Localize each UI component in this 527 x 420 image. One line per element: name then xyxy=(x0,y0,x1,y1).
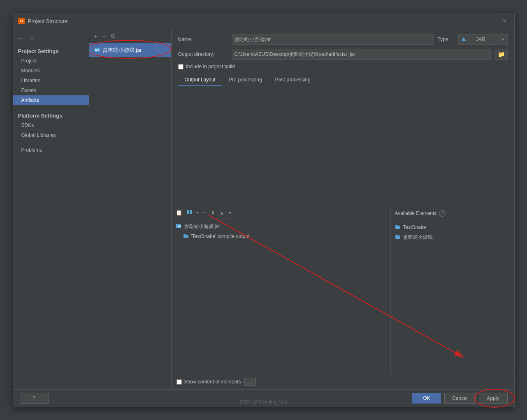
artifact-toolbar: + − ⧉ xyxy=(89,29,171,43)
output-dir-input[interactable] xyxy=(232,49,491,60)
output-dir-label: Output directory: xyxy=(178,51,228,57)
type-dropdown-arrow: ▾ xyxy=(502,37,504,42)
project-settings-heading: Project Settings xyxy=(13,46,89,56)
artifact-list-item[interactable]: JAR 贪吃蛇小游戏:jar xyxy=(89,43,171,57)
name-input[interactable] xyxy=(232,34,434,45)
watermark: CSDN @Sleeping_God xyxy=(240,399,287,404)
show-content-row: Show content of elements xyxy=(176,379,241,385)
title-bar: IJ Project Structure × xyxy=(13,13,514,29)
include-build-row: Include in project build xyxy=(178,64,508,69)
svg-marker-4 xyxy=(462,37,466,41)
available-elements-panel: Available Elements ? xyxy=(391,207,514,374)
dots-button[interactable]: ... xyxy=(244,378,256,386)
platform-settings-heading: Platform Settings xyxy=(13,110,89,120)
tab-post-processing[interactable]: Post-processing xyxy=(269,74,317,86)
svg-rect-5 xyxy=(187,210,189,214)
sidebar-item-problems[interactable]: Problems xyxy=(13,145,89,155)
layout-btn1[interactable]: 📋 xyxy=(174,209,184,217)
sort-button[interactable]: ⬇ xyxy=(209,209,217,217)
jar-icon: JAR xyxy=(176,223,181,230)
sidebar: ← → Project Settings Project Modules Lib… xyxy=(13,29,89,389)
avail-item-snake-game[interactable]: 贪吃蛇小游戏 xyxy=(391,232,514,242)
layout-tree-panel: 📋 + − ⬇ ▲ xyxy=(172,207,391,374)
main-content: ← → Project Settings Project Modules Lib… xyxy=(13,29,514,389)
sidebar-item-modules[interactable]: Modules xyxy=(13,66,89,76)
sidebar-nav: ← → xyxy=(13,32,89,46)
folder-icon xyxy=(183,233,189,240)
tab-pre-processing[interactable]: Pre-processing xyxy=(222,74,269,86)
include-build-label: Include in project build xyxy=(186,64,235,69)
tree-item-compile-output[interactable]: 'TestSnake' compile output xyxy=(172,232,390,241)
testsnake-folder-icon xyxy=(395,224,401,231)
add-artifact-button[interactable]: + xyxy=(93,32,99,40)
tabs-bar: Output Layout Pre-processing Post-proces… xyxy=(178,74,508,86)
sidebar-item-sdks[interactable]: SDKs xyxy=(13,120,89,130)
svg-text:JAR: JAR xyxy=(94,49,100,51)
project-structure-dialog: IJ Project Structure × ← → Project Setti… xyxy=(13,13,515,407)
move-down-button[interactable]: ▾ xyxy=(227,209,233,217)
ok-button[interactable]: OK xyxy=(412,393,441,404)
layout-tree: JAR 贪吃蛇小游戏.jar xyxy=(172,219,390,374)
artifact-name-label: 贪吃蛇小游戏:jar xyxy=(102,46,142,54)
svg-text:JAR: JAR xyxy=(176,225,181,228)
available-elements-header: Available Elements ? xyxy=(391,207,514,220)
copy-artifact-button[interactable]: ⧉ xyxy=(109,32,116,40)
right-panel: + − ⧉ JAR 贪吃蛇小游戏:jar xyxy=(89,29,514,389)
type-value: JAR xyxy=(476,37,485,42)
title-bar-left: IJ Project Structure xyxy=(18,18,68,24)
tab-output-layout[interactable]: Output Layout xyxy=(178,74,222,86)
sidebar-item-libraries[interactable]: Libraries xyxy=(13,76,89,85)
remove-element-button[interactable]: − xyxy=(202,209,208,217)
type-label: Type: xyxy=(438,37,454,42)
include-build-checkbox[interactable] xyxy=(178,64,183,69)
type-select-icon xyxy=(461,37,466,43)
help-button[interactable]: ? xyxy=(20,393,49,404)
show-content-checkbox[interactable] xyxy=(176,379,182,385)
layout-area: 📋 + − ⬇ ▲ xyxy=(172,207,514,374)
build-underline: b xyxy=(225,64,228,69)
available-elements-info-icon[interactable]: ? xyxy=(439,210,446,217)
layout-toolbar: 📋 + − ⬇ ▲ xyxy=(172,207,390,219)
layout-btn2[interactable] xyxy=(185,208,194,217)
artifact-jar-icon: JAR xyxy=(94,47,100,54)
svg-rect-6 xyxy=(190,210,192,214)
apply-button-wrapper: Apply xyxy=(479,393,508,404)
name-label: Name: xyxy=(178,37,228,42)
sidebar-item-facets[interactable]: Facets xyxy=(13,85,89,95)
app-icon: IJ xyxy=(18,18,25,24)
artifact-list-panel: + − ⧉ JAR 贪吃蛇小游戏:jar xyxy=(89,29,172,389)
cancel-button[interactable]: Cancel xyxy=(444,393,475,404)
available-items-list: TestSnake 贪吃蛇小游戏 xyxy=(391,220,514,374)
tree-item-jar[interactable]: JAR 贪吃蛇小游戏.jar xyxy=(172,222,390,232)
artifact-config-panel: Name: Type: JAR ▾ xyxy=(172,29,514,389)
move-up-button[interactable]: ▲ xyxy=(218,209,226,217)
sidebar-divider xyxy=(13,105,89,110)
sidebar-item-artifacts[interactable]: Artifacts xyxy=(13,95,89,105)
add-element-button[interactable]: + xyxy=(195,209,201,217)
dir-browse-button[interactable]: 📁 xyxy=(495,49,508,60)
close-button[interactable]: × xyxy=(500,16,509,25)
artifact-list-item-wrapper: JAR 贪吃蛇小游戏:jar xyxy=(89,43,171,57)
apply-button[interactable]: Apply xyxy=(479,393,508,404)
nav-back-button[interactable]: ← xyxy=(16,34,26,42)
remove-artifact-button[interactable]: − xyxy=(101,32,107,40)
footer-left: ? xyxy=(20,393,49,404)
output-dir-row: Output directory: 📁 xyxy=(178,49,508,60)
type-select[interactable]: JAR ▾ xyxy=(458,34,508,45)
avail-item-testsnake[interactable]: TestSnake xyxy=(391,223,514,232)
show-content-label: Show content of elements xyxy=(184,379,241,385)
name-type-row: Name: Type: JAR ▾ xyxy=(178,34,508,45)
snake-game-folder-icon xyxy=(395,234,401,240)
bottom-bar: Show content of elements ... xyxy=(172,374,514,389)
nav-forward-button[interactable]: → xyxy=(27,34,36,42)
svg-text:IJ: IJ xyxy=(20,19,23,23)
split-pane: + − ⧉ JAR 贪吃蛇小游戏:jar xyxy=(89,29,514,389)
dialog-title: Project Structure xyxy=(28,18,68,24)
sidebar-item-global-libraries[interactable]: Global Libraries xyxy=(13,130,89,140)
sidebar-item-project[interactable]: Project xyxy=(13,56,89,66)
properties-panel: Name: Type: JAR ▾ xyxy=(172,29,514,207)
sidebar-divider2 xyxy=(13,140,89,145)
